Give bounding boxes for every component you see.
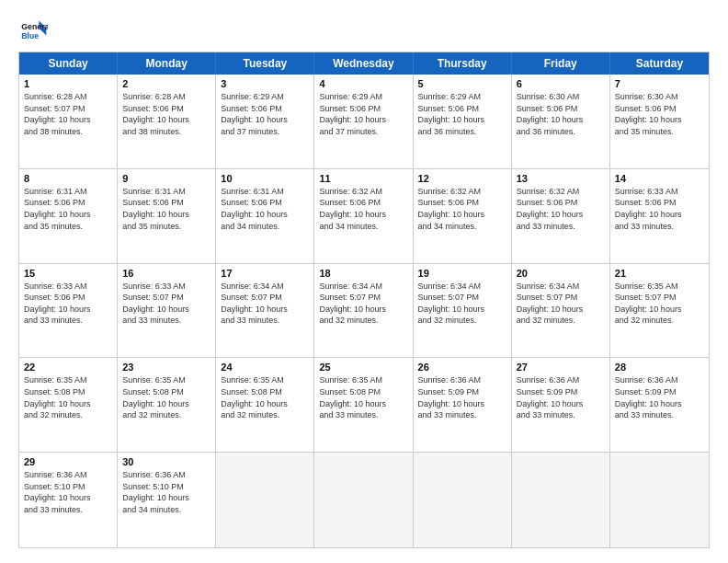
day-number: 29 [24, 456, 112, 467]
calendar-cell: 9Sunrise: 6:31 AM Sunset: 5:06 PM Daylig… [118, 169, 216, 263]
day-number: 9 [122, 173, 210, 184]
day-info: Sunrise: 6:36 AM Sunset: 5:09 PM Dayligh… [615, 374, 704, 420]
day-number: 21 [615, 268, 704, 279]
calendar-cell: 1Sunrise: 6:28 AM Sunset: 5:07 PM Daylig… [19, 75, 118, 168]
day-info: Sunrise: 6:35 AM Sunset: 5:08 PM Dayligh… [24, 374, 112, 420]
day-number: 7 [615, 78, 704, 89]
day-number: 23 [122, 362, 210, 373]
calendar-cell: 14Sunrise: 6:33 AM Sunset: 5:06 PM Dayli… [610, 169, 709, 263]
calendar-cell: 7Sunrise: 6:30 AM Sunset: 5:06 PM Daylig… [610, 75, 709, 168]
calendar-cell: 21Sunrise: 6:35 AM Sunset: 5:07 PM Dayli… [610, 264, 709, 358]
day-info: Sunrise: 6:35 AM Sunset: 5:07 PM Dayligh… [615, 281, 704, 327]
calendar: SundayMondayTuesdayWednesdayThursdayFrid… [18, 52, 710, 548]
day-number: 5 [418, 78, 506, 89]
calendar-cell: 17Sunrise: 6:34 AM Sunset: 5:07 PM Dayli… [216, 264, 314, 358]
day-number: 28 [615, 362, 704, 373]
day-info: Sunrise: 6:29 AM Sunset: 5:06 PM Dayligh… [418, 91, 506, 137]
day-number: 19 [418, 268, 506, 279]
header-cell-saturday: Saturday [610, 52, 709, 75]
calendar-cell: 4Sunrise: 6:29 AM Sunset: 5:06 PM Daylig… [314, 75, 413, 168]
day-info: Sunrise: 6:34 AM Sunset: 5:07 PM Dayligh… [517, 281, 605, 327]
calendar-cell [414, 453, 512, 547]
day-info: Sunrise: 6:33 AM Sunset: 5:07 PM Dayligh… [122, 281, 210, 327]
calendar-cell: 26Sunrise: 6:36 AM Sunset: 5:09 PM Dayli… [414, 358, 512, 452]
day-info: Sunrise: 6:29 AM Sunset: 5:06 PM Dayligh… [319, 91, 407, 137]
calendar-cell: 15Sunrise: 6:33 AM Sunset: 5:06 PM Dayli… [19, 264, 118, 358]
day-number: 20 [517, 268, 605, 279]
day-number: 14 [615, 173, 704, 184]
logo: General Blue [18, 15, 48, 44]
calendar-row: 8Sunrise: 6:31 AM Sunset: 5:06 PM Daylig… [19, 169, 709, 264]
calendar-cell: 8Sunrise: 6:31 AM Sunset: 5:06 PM Daylig… [19, 169, 118, 263]
day-info: Sunrise: 6:36 AM Sunset: 5:10 PM Dayligh… [122, 469, 210, 515]
day-info: Sunrise: 6:30 AM Sunset: 5:06 PM Dayligh… [615, 91, 704, 137]
day-info: Sunrise: 6:36 AM Sunset: 5:10 PM Dayligh… [24, 469, 112, 515]
day-number: 24 [221, 362, 309, 373]
day-number: 22 [24, 362, 112, 373]
day-number: 11 [319, 173, 407, 184]
day-number: 8 [24, 173, 112, 184]
day-info: Sunrise: 6:35 AM Sunset: 5:08 PM Dayligh… [221, 374, 309, 420]
calendar-cell: 28Sunrise: 6:36 AM Sunset: 5:09 PM Dayli… [610, 358, 709, 452]
day-info: Sunrise: 6:36 AM Sunset: 5:09 PM Dayligh… [418, 374, 506, 420]
day-number: 15 [24, 268, 112, 279]
calendar-header: SundayMondayTuesdayWednesdayThursdayFrid… [19, 52, 709, 75]
day-number: 26 [418, 362, 506, 373]
header-cell-friday: Friday [512, 52, 610, 75]
calendar-cell [314, 453, 413, 547]
calendar-cell: 5Sunrise: 6:29 AM Sunset: 5:06 PM Daylig… [414, 75, 512, 168]
header-cell-wednesday: Wednesday [314, 52, 413, 75]
day-info: Sunrise: 6:36 AM Sunset: 5:09 PM Dayligh… [517, 374, 605, 420]
day-number: 16 [122, 268, 210, 279]
calendar-row: 15Sunrise: 6:33 AM Sunset: 5:06 PM Dayli… [19, 264, 709, 359]
day-info: Sunrise: 6:29 AM Sunset: 5:06 PM Dayligh… [221, 91, 309, 137]
day-number: 30 [122, 456, 210, 467]
header-cell-sunday: Sunday [19, 52, 118, 75]
svg-text:General: General [21, 22, 48, 31]
day-number: 18 [319, 268, 407, 279]
day-number: 10 [221, 173, 309, 184]
day-number: 27 [517, 362, 605, 373]
calendar-cell [512, 453, 610, 547]
calendar-cell: 18Sunrise: 6:34 AM Sunset: 5:07 PM Dayli… [314, 264, 413, 358]
day-number: 4 [319, 78, 407, 89]
day-info: Sunrise: 6:32 AM Sunset: 5:06 PM Dayligh… [517, 186, 605, 232]
calendar-page: General Blue SundayMondayTuesdayWednesda… [0, 0, 728, 563]
calendar-cell: 22Sunrise: 6:35 AM Sunset: 5:08 PM Dayli… [19, 358, 118, 452]
day-info: Sunrise: 6:35 AM Sunset: 5:08 PM Dayligh… [319, 374, 407, 420]
calendar-body: 1Sunrise: 6:28 AM Sunset: 5:07 PM Daylig… [19, 75, 709, 547]
header-cell-tuesday: Tuesday [216, 52, 314, 75]
calendar-row: 1Sunrise: 6:28 AM Sunset: 5:07 PM Daylig… [19, 75, 709, 169]
svg-text:Blue: Blue [21, 31, 39, 40]
calendar-row: 22Sunrise: 6:35 AM Sunset: 5:08 PM Dayli… [19, 358, 709, 453]
calendar-row: 29Sunrise: 6:36 AM Sunset: 5:10 PM Dayli… [19, 453, 709, 547]
day-number: 6 [517, 78, 605, 89]
calendar-cell: 29Sunrise: 6:36 AM Sunset: 5:10 PM Dayli… [19, 453, 118, 547]
day-info: Sunrise: 6:28 AM Sunset: 5:07 PM Dayligh… [24, 91, 112, 137]
day-number: 17 [221, 268, 309, 279]
day-info: Sunrise: 6:28 AM Sunset: 5:06 PM Dayligh… [122, 91, 210, 137]
calendar-cell: 16Sunrise: 6:33 AM Sunset: 5:07 PM Dayli… [118, 264, 216, 358]
day-info: Sunrise: 6:33 AM Sunset: 5:06 PM Dayligh… [24, 281, 112, 327]
page-header: General Blue [18, 15, 710, 44]
calendar-cell [216, 453, 314, 547]
day-info: Sunrise: 6:33 AM Sunset: 5:06 PM Dayligh… [615, 186, 704, 232]
calendar-cell: 3Sunrise: 6:29 AM Sunset: 5:06 PM Daylig… [216, 75, 314, 168]
calendar-cell: 10Sunrise: 6:31 AM Sunset: 5:06 PM Dayli… [216, 169, 314, 263]
day-number: 12 [418, 173, 506, 184]
day-info: Sunrise: 6:31 AM Sunset: 5:06 PM Dayligh… [122, 186, 210, 232]
day-info: Sunrise: 6:34 AM Sunset: 5:07 PM Dayligh… [319, 281, 407, 327]
day-info: Sunrise: 6:34 AM Sunset: 5:07 PM Dayligh… [221, 281, 309, 327]
day-info: Sunrise: 6:35 AM Sunset: 5:08 PM Dayligh… [122, 374, 210, 420]
day-info: Sunrise: 6:31 AM Sunset: 5:06 PM Dayligh… [221, 186, 309, 232]
calendar-cell: 24Sunrise: 6:35 AM Sunset: 5:08 PM Dayli… [216, 358, 314, 452]
day-info: Sunrise: 6:32 AM Sunset: 5:06 PM Dayligh… [418, 186, 506, 232]
calendar-cell: 20Sunrise: 6:34 AM Sunset: 5:07 PM Dayli… [512, 264, 610, 358]
calendar-cell: 2Sunrise: 6:28 AM Sunset: 5:06 PM Daylig… [118, 75, 216, 168]
logo-icon: General Blue [18, 15, 48, 44]
day-number: 13 [517, 173, 605, 184]
header-cell-monday: Monday [118, 52, 216, 75]
day-number: 1 [24, 78, 112, 89]
day-info: Sunrise: 6:31 AM Sunset: 5:06 PM Dayligh… [24, 186, 112, 232]
header-cell-thursday: Thursday [414, 52, 512, 75]
